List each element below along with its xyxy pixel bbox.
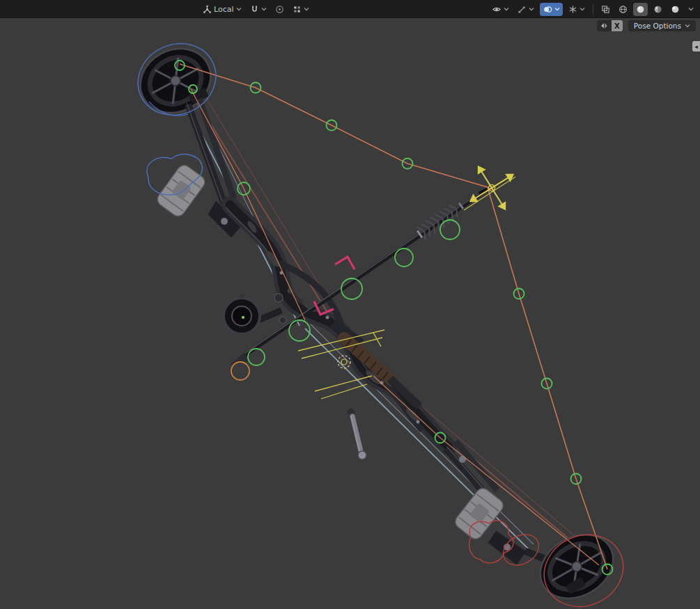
gizmo-icon <box>518 5 527 14</box>
chevron-down-icon <box>304 7 309 11</box>
chevron-down-icon <box>529 7 534 11</box>
bracket-top[interactable] <box>335 257 355 269</box>
gizmo-dropdown[interactable] <box>515 3 537 16</box>
chevron-down-icon <box>554 7 560 11</box>
viewport-3d[interactable] <box>0 18 700 609</box>
grip-widget-line[interactable] <box>321 384 367 399</box>
transform-orientation-icon <box>203 5 212 14</box>
magnet-icon <box>250 5 259 14</box>
header-separator <box>593 4 593 15</box>
grip-widget-line[interactable] <box>315 376 372 391</box>
transform-orientation-dropdown[interactable]: Local <box>200 3 244 16</box>
bone-widget-circle[interactable] <box>440 220 460 239</box>
nock-move-widget[interactable] <box>456 152 529 225</box>
bow-model[interactable] <box>129 37 624 609</box>
shading-material-button[interactable] <box>651 3 665 16</box>
bone-widget-orange-circle[interactable] <box>231 362 249 380</box>
shading-solid-button[interactable] <box>633 3 648 16</box>
chevron-down-icon <box>236 7 242 11</box>
viewport-header: Local <box>0 0 700 18</box>
chevron-down-icon <box>504 7 509 11</box>
overlays-icon <box>543 5 552 14</box>
transform-controls-group: Local <box>200 0 312 18</box>
bone-widget-yellow-dot[interactable] <box>341 359 347 365</box>
transform-orientation-label: Local <box>214 5 234 13</box>
bone-widget-circle[interactable] <box>248 349 265 365</box>
wireframe-sphere-icon <box>619 5 628 14</box>
shading-rendered-button[interactable] <box>668 3 683 16</box>
eye-icon <box>492 5 501 14</box>
snap-dropdown[interactable] <box>247 3 270 16</box>
solid-sphere-icon <box>636 5 645 14</box>
effects-dropdown[interactable] <box>566 3 588 16</box>
bow-sight[interactable] <box>224 294 286 334</box>
bone-widget-circle[interactable] <box>395 248 413 267</box>
overlays-toggle[interactable] <box>540 3 563 16</box>
viewport-display-group <box>489 0 697 18</box>
viewport-canvas[interactable] <box>0 18 700 609</box>
grip[interactable] <box>333 323 419 406</box>
chevron-down-icon <box>688 7 694 11</box>
shading-options-dropdown[interactable] <box>685 3 697 16</box>
material-sphere-icon <box>653 5 662 14</box>
pivot-point-icon <box>293 5 302 14</box>
rendered-sphere-icon <box>671 5 680 14</box>
xray-icon <box>601 5 610 14</box>
proportional-editing-toggle[interactable] <box>272 3 287 16</box>
top-limb-dampener <box>155 163 208 219</box>
snowflake-icon <box>568 5 577 14</box>
pivot-point-dropdown[interactable] <box>290 3 312 16</box>
proportional-editing-icon <box>275 5 284 14</box>
chevron-down-icon <box>261 7 267 11</box>
xray-toggle[interactable] <box>598 3 613 16</box>
visibility-dropdown[interactable] <box>489 3 512 16</box>
shading-wireframe-button[interactable] <box>616 3 630 16</box>
stabilizer-lever[interactable] <box>348 409 366 459</box>
bottom-limb[interactable] <box>446 441 550 565</box>
top-cam[interactable] <box>129 37 221 125</box>
chevron-down-icon <box>580 7 585 11</box>
